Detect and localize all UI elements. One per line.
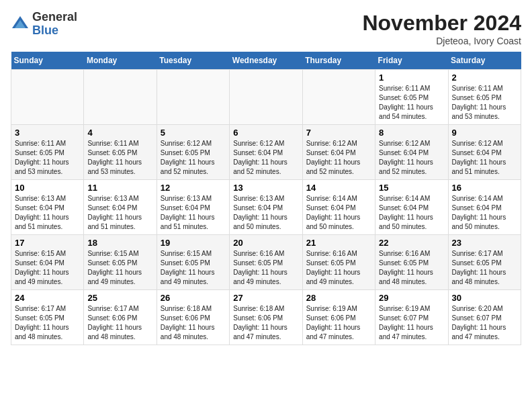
- calendar-cell: 30Sunrise: 6:20 AM Sunset: 6:07 PM Dayli…: [448, 290, 521, 345]
- page-header: General Blue November 2024 Djeteoa, Ivor…: [11, 11, 521, 46]
- day-info: Sunrise: 6:14 AM Sunset: 6:04 PM Dayligh…: [379, 194, 444, 232]
- calendar-cell: 26Sunrise: 6:18 AM Sunset: 6:06 PM Dayli…: [157, 290, 229, 345]
- day-number: 9: [452, 128, 517, 138]
- day-number: 13: [233, 183, 298, 193]
- calendar-cell: 11Sunrise: 6:13 AM Sunset: 6:04 PM Dayli…: [84, 180, 157, 235]
- day-number: 29: [379, 293, 444, 303]
- day-number: 14: [306, 183, 371, 193]
- day-number: 10: [15, 183, 80, 193]
- header-thursday: Thursday: [302, 52, 375, 70]
- day-info: Sunrise: 6:19 AM Sunset: 6:07 PM Dayligh…: [379, 304, 444, 342]
- day-number: 1: [379, 73, 444, 83]
- calendar-cell: [302, 70, 375, 125]
- header-monday: Monday: [84, 52, 157, 70]
- day-info: Sunrise: 6:17 AM Sunset: 6:05 PM Dayligh…: [15, 304, 80, 342]
- day-number: 17: [15, 238, 80, 248]
- day-info: Sunrise: 6:11 AM Sunset: 6:05 PM Dayligh…: [452, 84, 517, 122]
- day-info: Sunrise: 6:12 AM Sunset: 6:04 PM Dayligh…: [306, 139, 371, 177]
- day-info: Sunrise: 6:15 AM Sunset: 6:05 PM Dayligh…: [161, 249, 226, 287]
- calendar-cell: 9Sunrise: 6:12 AM Sunset: 6:04 PM Daylig…: [448, 125, 521, 180]
- day-number: 30: [452, 293, 517, 303]
- day-info: Sunrise: 6:11 AM Sunset: 6:05 PM Dayligh…: [379, 84, 444, 122]
- calendar-cell: 16Sunrise: 6:14 AM Sunset: 6:04 PM Dayli…: [448, 180, 521, 235]
- day-number: 12: [161, 183, 226, 193]
- day-number: 11: [87, 183, 152, 193]
- calendar-cell: 23Sunrise: 6:17 AM Sunset: 6:05 PM Dayli…: [448, 235, 521, 290]
- calendar-cell: [230, 70, 302, 125]
- day-info: Sunrise: 6:12 AM Sunset: 6:04 PM Dayligh…: [452, 139, 517, 177]
- header-saturday: Saturday: [448, 52, 521, 70]
- calendar-cell: 10Sunrise: 6:13 AM Sunset: 6:04 PM Dayli…: [11, 180, 84, 235]
- calendar-cell: 1Sunrise: 6:11 AM Sunset: 6:05 PM Daylig…: [375, 70, 448, 125]
- calendar-cell: 18Sunrise: 6:15 AM Sunset: 6:05 PM Dayli…: [84, 235, 157, 290]
- day-info: Sunrise: 6:13 AM Sunset: 6:04 PM Dayligh…: [87, 194, 152, 232]
- header-wednesday: Wednesday: [230, 52, 302, 70]
- day-number: 27: [233, 293, 298, 303]
- day-info: Sunrise: 6:16 AM Sunset: 6:05 PM Dayligh…: [379, 249, 444, 287]
- day-info: Sunrise: 6:11 AM Sunset: 6:05 PM Dayligh…: [87, 139, 152, 177]
- calendar-cell: 2Sunrise: 6:11 AM Sunset: 6:05 PM Daylig…: [448, 70, 521, 125]
- calendar-week-3: 10Sunrise: 6:13 AM Sunset: 6:04 PM Dayli…: [11, 180, 521, 235]
- day-info: Sunrise: 6:12 AM Sunset: 6:05 PM Dayligh…: [161, 139, 226, 177]
- calendar-cell: 8Sunrise: 6:12 AM Sunset: 6:04 PM Daylig…: [375, 125, 448, 180]
- calendar-cell: 21Sunrise: 6:16 AM Sunset: 6:05 PM Dayli…: [302, 235, 375, 290]
- day-info: Sunrise: 6:15 AM Sunset: 6:05 PM Dayligh…: [87, 249, 152, 287]
- logo-icon: [11, 15, 30, 34]
- day-info: Sunrise: 6:12 AM Sunset: 6:04 PM Dayligh…: [379, 139, 444, 177]
- calendar-week-2: 3Sunrise: 6:11 AM Sunset: 6:05 PM Daylig…: [11, 125, 521, 180]
- calendar-cell: 13Sunrise: 6:13 AM Sunset: 6:04 PM Dayli…: [230, 180, 302, 235]
- day-number: 2: [452, 73, 517, 83]
- calendar-cell: [11, 70, 84, 125]
- day-info: Sunrise: 6:14 AM Sunset: 6:04 PM Dayligh…: [452, 194, 517, 232]
- day-info: Sunrise: 6:18 AM Sunset: 6:06 PM Dayligh…: [233, 304, 298, 342]
- calendar-cell: 28Sunrise: 6:19 AM Sunset: 6:06 PM Dayli…: [302, 290, 375, 345]
- calendar-cell: 22Sunrise: 6:16 AM Sunset: 6:05 PM Dayli…: [375, 235, 448, 290]
- calendar-cell: 20Sunrise: 6:16 AM Sunset: 6:05 PM Dayli…: [230, 235, 302, 290]
- logo-text: General Blue: [32, 11, 77, 38]
- day-number: 23: [452, 238, 517, 248]
- day-number: 25: [87, 293, 152, 303]
- day-info: Sunrise: 6:13 AM Sunset: 6:04 PM Dayligh…: [15, 194, 80, 232]
- day-number: 5: [161, 128, 226, 138]
- day-info: Sunrise: 6:19 AM Sunset: 6:06 PM Dayligh…: [306, 304, 371, 342]
- day-info: Sunrise: 6:18 AM Sunset: 6:06 PM Dayligh…: [161, 304, 226, 342]
- calendar-week-5: 24Sunrise: 6:17 AM Sunset: 6:05 PM Dayli…: [11, 290, 521, 345]
- day-info: Sunrise: 6:13 AM Sunset: 6:04 PM Dayligh…: [233, 194, 298, 232]
- day-number: 24: [15, 293, 80, 303]
- calendar-cell: 5Sunrise: 6:12 AM Sunset: 6:05 PM Daylig…: [157, 125, 229, 180]
- calendar-cell: 14Sunrise: 6:14 AM Sunset: 6:04 PM Dayli…: [302, 180, 375, 235]
- day-info: Sunrise: 6:12 AM Sunset: 6:04 PM Dayligh…: [233, 139, 298, 177]
- calendar-cell: 24Sunrise: 6:17 AM Sunset: 6:05 PM Dayli…: [11, 290, 84, 345]
- day-number: 4: [87, 128, 152, 138]
- calendar-table: SundayMondayTuesdayWednesdayThursdayFrid…: [11, 52, 521, 345]
- day-number: 21: [306, 238, 371, 248]
- calendar-cell: 19Sunrise: 6:15 AM Sunset: 6:05 PM Dayli…: [157, 235, 229, 290]
- day-number: 28: [306, 293, 371, 303]
- day-info: Sunrise: 6:11 AM Sunset: 6:05 PM Dayligh…: [15, 139, 80, 177]
- day-number: 16: [452, 183, 517, 193]
- day-info: Sunrise: 6:17 AM Sunset: 6:05 PM Dayligh…: [452, 249, 517, 287]
- day-info: Sunrise: 6:17 AM Sunset: 6:06 PM Dayligh…: [87, 304, 152, 342]
- day-info: Sunrise: 6:15 AM Sunset: 6:04 PM Dayligh…: [15, 249, 80, 287]
- day-number: 6: [233, 128, 298, 138]
- calendar-header-row: SundayMondayTuesdayWednesdayThursdayFrid…: [11, 52, 521, 70]
- calendar-cell: 25Sunrise: 6:17 AM Sunset: 6:06 PM Dayli…: [84, 290, 157, 345]
- calendar-week-1: 1Sunrise: 6:11 AM Sunset: 6:05 PM Daylig…: [11, 70, 521, 125]
- calendar-cell: 15Sunrise: 6:14 AM Sunset: 6:04 PM Dayli…: [375, 180, 448, 235]
- day-info: Sunrise: 6:16 AM Sunset: 6:05 PM Dayligh…: [306, 249, 371, 287]
- header-friday: Friday: [375, 52, 448, 70]
- calendar-week-4: 17Sunrise: 6:15 AM Sunset: 6:04 PM Dayli…: [11, 235, 521, 290]
- title-block: November 2024 Djeteoa, Ivory Coast: [362, 11, 521, 46]
- calendar-cell: 29Sunrise: 6:19 AM Sunset: 6:07 PM Dayli…: [375, 290, 448, 345]
- calendar-cell: 4Sunrise: 6:11 AM Sunset: 6:05 PM Daylig…: [84, 125, 157, 180]
- day-number: 8: [379, 128, 444, 138]
- calendar-cell: 12Sunrise: 6:13 AM Sunset: 6:04 PM Dayli…: [157, 180, 229, 235]
- calendar-cell: 7Sunrise: 6:12 AM Sunset: 6:04 PM Daylig…: [302, 125, 375, 180]
- day-info: Sunrise: 6:13 AM Sunset: 6:04 PM Dayligh…: [161, 194, 226, 232]
- calendar-cell: 3Sunrise: 6:11 AM Sunset: 6:05 PM Daylig…: [11, 125, 84, 180]
- logo-blue: Blue: [32, 24, 58, 37]
- calendar-cell: [157, 70, 229, 125]
- day-number: 3: [15, 128, 80, 138]
- day-info: Sunrise: 6:16 AM Sunset: 6:05 PM Dayligh…: [233, 249, 298, 287]
- day-number: 26: [161, 293, 226, 303]
